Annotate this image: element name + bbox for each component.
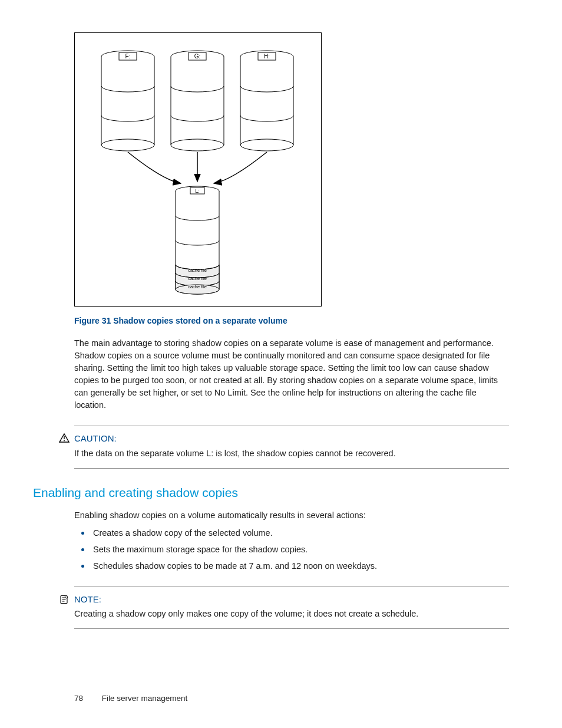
- svg-point-28: [64, 440, 65, 442]
- section-heading: Enabling and creating shadow copies: [33, 484, 509, 502]
- list-item: Sets the maximum storage space for the s…: [91, 543, 509, 556]
- svg-rect-7: [171, 57, 224, 145]
- caution-title: CAUTION:: [74, 432, 509, 445]
- svg-rect-21: [176, 191, 219, 265]
- drive-g-label: G:: [194, 53, 201, 60]
- svg-point-16: [240, 139, 293, 151]
- list-item: Schedules shadow copies to be made at 7 …: [91, 559, 509, 572]
- note-title: NOTE:: [74, 593, 509, 606]
- svg-point-4: [101, 139, 154, 151]
- svg-rect-1: [101, 57, 154, 145]
- note-icon: [59, 594, 70, 605]
- footer-section-title: File server management: [102, 694, 188, 703]
- svg-point-10: [171, 139, 224, 151]
- main-paragraph: The main advantage to storing shadow cop…: [74, 337, 509, 411]
- figure-box: F: G:: [74, 32, 322, 307]
- page-number: 78: [74, 694, 83, 703]
- caution-block: CAUTION: If the data on the separate vol…: [74, 426, 509, 469]
- svg-rect-13: [240, 57, 293, 145]
- drive-l-label: L:: [195, 188, 200, 194]
- section-intro: Enabling shadow copies on a volume autom…: [74, 509, 509, 522]
- note-body: Creating a shadow copy only makes one co…: [74, 608, 509, 620]
- page-footer: 78 File server management: [74, 693, 187, 704]
- caution-icon: [59, 433, 70, 444]
- caution-body: If the data on the separate volume L: is…: [74, 447, 509, 460]
- drive-h-label: H:: [264, 53, 270, 60]
- figure-caption: Figure 31 Shadow copies stored on a sepa…: [74, 315, 509, 327]
- drive-f-label: F:: [125, 53, 131, 60]
- cache-file-label-1: cache file: [188, 268, 207, 273]
- cache-file-label-3: cache file: [188, 284, 207, 289]
- shadow-copy-diagram: F: G:: [75, 33, 320, 305]
- note-block: NOTE: Creating a shadow copy only makes …: [74, 587, 509, 630]
- list-item: Creates a shadow copy of the selected vo…: [91, 526, 509, 539]
- actions-list: Creates a shadow copy of the selected vo…: [74, 526, 509, 572]
- cache-file-label-2: cache file: [188, 276, 207, 281]
